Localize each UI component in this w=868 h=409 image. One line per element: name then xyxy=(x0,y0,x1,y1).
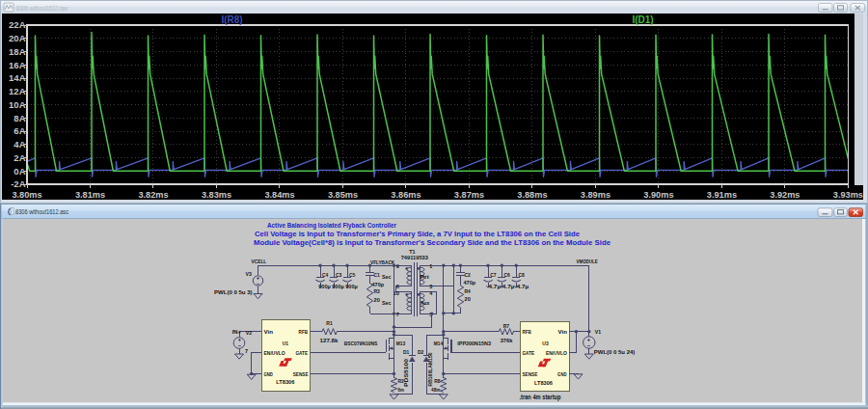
svg-text:16A: 16A xyxy=(9,60,26,70)
svg-text:3.91ms: 3.91ms xyxy=(707,190,737,200)
svg-text:SENSE: SENSE xyxy=(523,371,538,377)
svg-text:18A: 18A xyxy=(9,46,26,57)
svg-text:7: 7 xyxy=(245,347,249,354)
svg-text:3.92ms: 3.92ms xyxy=(770,190,800,200)
svg-text:PWL(0 0 5u 24): PWL(0 0 5u 24) xyxy=(594,348,636,355)
svg-text:Module Voltage(Cell*8) is Inp: Module Voltage(Cell*8) is Input to Trans… xyxy=(254,238,610,247)
svg-text:Aux: Aux xyxy=(420,299,430,306)
svg-text:8306 without1612.asc: 8306 without1612.asc xyxy=(15,208,68,215)
svg-text:U1: U1 xyxy=(283,341,289,346)
svg-text:R7: R7 xyxy=(503,322,510,329)
svg-text:3.93ms: 3.93ms xyxy=(833,190,863,200)
svg-text:M14: M14 xyxy=(434,341,444,346)
svg-text:20: 20 xyxy=(374,296,381,303)
svg-text:4.7µ: 4.7µ xyxy=(517,283,529,289)
svg-text:8306 without1612.raw: 8306 without1612.raw xyxy=(16,5,68,12)
svg-text:100µ: 100µ xyxy=(345,283,358,289)
svg-text:R1: R1 xyxy=(326,319,333,326)
svg-text:6: 6 xyxy=(396,284,399,289)
svg-text:Vin: Vin xyxy=(558,329,568,335)
svg-text:20A: 20A xyxy=(9,33,26,43)
svg-text:4.7µ: 4.7µ xyxy=(489,283,502,289)
svg-text:GND: GND xyxy=(264,371,274,377)
svg-text:Active Balancing Isolated Flyb: Active Balancing Isolated Flyback Contro… xyxy=(267,221,396,230)
svg-text:EN/UVLO: EN/UVLO xyxy=(546,350,567,356)
svg-text:3.81ms: 3.81ms xyxy=(75,190,105,200)
svg-text:4: 4 xyxy=(429,290,432,296)
svg-text:PWL(0 0 5u 3): PWL(0 0 5u 3) xyxy=(214,288,253,295)
svg-text:VFLYBACK: VFLYBACK xyxy=(370,259,395,265)
svg-text:GATE: GATE xyxy=(523,350,535,356)
svg-text:GND: GND xyxy=(557,371,567,377)
svg-text:3: 3 xyxy=(429,284,432,289)
svg-text:20: 20 xyxy=(465,295,472,302)
svg-text:LT8306: LT8306 xyxy=(276,379,295,385)
svg-text:R4: R4 xyxy=(465,287,472,294)
svg-text:C6: C6 xyxy=(504,271,511,278)
svg-text:.tran 4m startup: .tran 4m startup xyxy=(520,394,561,401)
svg-text:V2: V2 xyxy=(246,329,253,336)
svg-text:1: 1 xyxy=(429,263,432,269)
svg-text:10A: 10A xyxy=(9,99,26,110)
svg-text:C8: C8 xyxy=(518,271,525,278)
svg-text:Cell Voltage is Input to Trans: Cell Voltage is Input to Transformer's P… xyxy=(255,230,580,238)
svg-text:Sec: Sec xyxy=(382,299,392,306)
svg-text:BSC079N10NS: BSC079N10NS xyxy=(344,341,378,346)
svg-text:-2A: -2A xyxy=(11,178,25,189)
svg-text:2A: 2A xyxy=(14,152,25,163)
svg-text:C1: C1 xyxy=(374,271,381,278)
svg-text:4A: 4A xyxy=(14,139,25,150)
svg-text:RB160LAM150: RB160LAM150 xyxy=(428,352,433,386)
svg-text:VMODULE: VMODULE xyxy=(577,258,598,264)
svg-text:I(R8): I(R8) xyxy=(221,14,242,25)
svg-text:3.86ms: 3.86ms xyxy=(391,190,420,200)
svg-text:376k: 376k xyxy=(501,337,513,343)
svg-text:R2: R2 xyxy=(398,377,405,384)
svg-text:C4: C4 xyxy=(322,271,329,278)
svg-text:3.85ms: 3.85ms xyxy=(328,190,358,200)
svg-text:470p: 470p xyxy=(464,279,476,286)
svg-text:IPP200N15N3: IPP200N15N3 xyxy=(457,341,491,346)
svg-text:D1: D1 xyxy=(403,349,409,355)
svg-text:RFB: RFB xyxy=(299,329,309,335)
svg-text:6m: 6m xyxy=(398,386,405,393)
svg-text:3.83ms: 3.83ms xyxy=(202,190,231,200)
svg-text:6A: 6A xyxy=(14,125,25,136)
svg-text:C7: C7 xyxy=(490,271,497,278)
svg-text:0A: 0A xyxy=(14,166,25,177)
svg-text:C2: C2 xyxy=(465,271,472,278)
svg-text:GATE: GATE xyxy=(295,350,308,356)
svg-text:C3: C3 xyxy=(336,271,342,278)
svg-text:14A: 14A xyxy=(9,72,26,83)
svg-text:48m: 48m xyxy=(431,386,441,393)
svg-text:749119533: 749119533 xyxy=(401,254,429,260)
svg-text:4.7µ: 4.7µ xyxy=(502,283,515,289)
svg-text:R3: R3 xyxy=(374,287,381,294)
svg-text:C5: C5 xyxy=(349,271,356,278)
svg-text:D2: D2 xyxy=(418,349,423,355)
svg-text:SENSE: SENSE xyxy=(293,371,309,377)
svg-text:22A: 22A xyxy=(9,19,26,30)
svg-text:M13: M13 xyxy=(396,341,406,346)
svg-text:100µ: 100µ xyxy=(318,283,331,289)
svg-text:9: 9 xyxy=(396,263,399,269)
svg-text:IN+: IN+ xyxy=(232,328,242,335)
svg-text:R8: R8 xyxy=(434,377,441,384)
svg-text:7: 7 xyxy=(396,312,399,317)
svg-text:3.80ms: 3.80ms xyxy=(12,190,41,200)
svg-text:3.87ms: 3.87ms xyxy=(454,190,484,200)
svg-text:PDS5100: PDS5100 xyxy=(403,359,409,387)
svg-text:I(D1): I(D1) xyxy=(632,14,653,25)
svg-text:Sec: Sec xyxy=(382,273,392,280)
svg-text:3.89ms: 3.89ms xyxy=(581,190,610,200)
svg-text:U3: U3 xyxy=(542,341,549,346)
svg-text:V3: V3 xyxy=(246,270,253,277)
svg-text:VCELL: VCELL xyxy=(252,258,267,264)
svg-text:EN/UVLO: EN/UVLO xyxy=(264,350,285,356)
svg-text:3.84ms: 3.84ms xyxy=(264,190,294,200)
svg-text:100µ: 100µ xyxy=(332,283,344,289)
svg-text:Vin: Vin xyxy=(264,329,274,335)
svg-text:RFB: RFB xyxy=(523,329,532,335)
svg-text:3.90ms: 3.90ms xyxy=(643,190,673,200)
svg-text:3.82ms: 3.82ms xyxy=(138,190,168,200)
